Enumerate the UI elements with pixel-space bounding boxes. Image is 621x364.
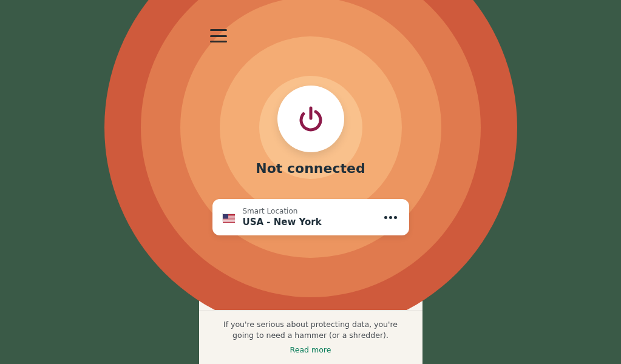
- location-text: Smart Location USA - New York: [243, 206, 382, 228]
- svg-rect-16: [223, 220, 235, 221]
- svg-rect-17: [223, 221, 235, 222]
- usa-flag-icon: [222, 213, 234, 221]
- location-name: USA - New York: [243, 217, 382, 229]
- more-horizontal-icon[interactable]: [382, 210, 399, 224]
- read-more-link[interactable]: Read more: [216, 345, 406, 356]
- location-label: Smart Location: [243, 206, 382, 217]
- location-card[interactable]: Smart Location USA - New York: [212, 199, 409, 235]
- hamburger-icon[interactable]: [210, 29, 227, 42]
- connect-button[interactable]: [277, 86, 344, 152]
- svg-rect-18: [223, 214, 228, 219]
- power-icon: [296, 104, 326, 134]
- footer-tip-text: If you're serious about protecting data,…: [223, 320, 398, 340]
- connection-status: Not connected: [256, 161, 365, 176]
- svg-rect-15: [223, 219, 235, 220]
- footer-tip: If you're serious about protecting data,…: [199, 310, 422, 364]
- app-window: ExpressVPN: [199, 0, 422, 364]
- main-content: Not connected Smart Location USA - New Y…: [199, 119, 422, 364]
